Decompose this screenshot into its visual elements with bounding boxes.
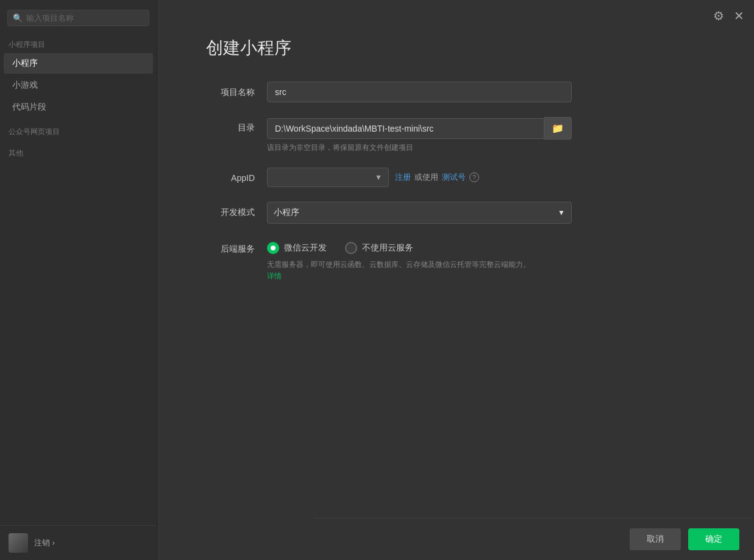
appid-row: AppID ▼ 注册 或使用 测试号 ? <box>206 168 572 187</box>
backend-label: 后端服务 <box>206 238 255 255</box>
form-title: 创建小程序 <box>206 37 572 60</box>
search-input[interactable] <box>26 13 144 23</box>
backend-radio-group: 微信云开发 不使用云服务 <box>267 238 572 254</box>
or-text: 或使用 <box>414 172 438 183</box>
backend-hint: 无需服务器，即可使用云函数、云数据库、云存储及微信云托管等完整云端能力。 详情 <box>267 259 535 282</box>
topbar-icons: ⚙ ✕ <box>713 9 744 23</box>
sidebar-item-minigame[interactable]: 小游戏 <box>4 75 153 96</box>
create-form: 创建小程序 项目名称 目录 📁 该目录为非空目录，将保留原有文件创建项目 <box>157 0 621 333</box>
browse-button[interactable]: 📁 <box>544 117 572 140</box>
sidebar: 🔍 小程序项目 小程序 小游戏 代码片段 公众号网页项目 其他 注销 › <box>0 0 157 560</box>
footer: 取消 确定 <box>315 518 754 560</box>
help-icon[interactable]: ? <box>469 172 479 182</box>
search-icon: 🔍 <box>13 13 23 23</box>
project-name-row: 项目名称 <box>206 82 572 102</box>
folder-icon: 📁 <box>552 122 564 134</box>
appid-dropdown-icon: ▼ <box>375 173 382 182</box>
close-icon[interactable]: ✕ <box>734 9 744 23</box>
project-name-label: 项目名称 <box>206 82 255 98</box>
testid-link[interactable]: 测试号 <box>442 172 466 183</box>
section-label-miniprogram: 小程序项目 <box>0 34 157 52</box>
directory-label: 目录 <box>206 117 255 133</box>
register-link[interactable]: 注册 <box>395 172 411 183</box>
search-box[interactable]: 🔍 <box>7 10 149 26</box>
backend-hint-text: 无需服务器，即可使用云函数、云数据库、云存储及微信云托管等完整云端能力。 <box>267 260 530 269</box>
devmode-control: 小程序 ▼ <box>267 202 572 224</box>
directory-row: 目录 📁 该目录为非空目录，将保留原有文件创建项目 <box>206 117 572 153</box>
appid-control: ▼ 注册 或使用 测试号 ? <box>267 168 572 187</box>
backend-nocloud-option[interactable]: 不使用云服务 <box>345 242 413 254</box>
devmode-value: 小程序 <box>274 207 299 218</box>
confirm-button[interactable]: 确定 <box>688 528 739 550</box>
backend-detail-link[interactable]: 详情 <box>267 272 282 280</box>
logout-button[interactable]: 注销 › <box>34 537 55 548</box>
devmode-dropdown-icon: ▼ <box>558 208 565 217</box>
project-name-input[interactable] <box>267 82 572 102</box>
section-label-wechat: 公众号网页项目 <box>0 118 157 140</box>
directory-input-wrapper: 📁 <box>267 117 572 140</box>
directory-input[interactable] <box>267 118 544 139</box>
backend-nocloud-label: 不使用云服务 <box>362 243 413 253</box>
appid-label: AppID <box>206 168 255 183</box>
cancel-button[interactable]: 取消 <box>630 528 681 550</box>
devmode-label: 开发模式 <box>206 202 255 218</box>
backend-nocloud-radio[interactable] <box>345 242 357 254</box>
main-content: ⚙ ✕ 创建小程序 项目名称 目录 📁 该目录为非空目录，将保留原有文件创建项目 <box>157 0 754 560</box>
backend-cloud-radio[interactable] <box>267 242 279 254</box>
appid-wrapper: ▼ 注册 或使用 测试号 ? <box>267 168 572 187</box>
directory-hint: 该目录为非空目录，将保留原有文件创建项目 <box>267 143 572 153</box>
appid-links: 注册 或使用 测试号 ? <box>395 172 479 183</box>
appid-select[interactable]: ▼ <box>267 168 389 187</box>
settings-icon[interactable]: ⚙ <box>713 9 724 23</box>
backend-cloud-label: 微信云开发 <box>284 243 327 253</box>
directory-control: 📁 该目录为非空目录，将保留原有文件创建项目 <box>267 117 572 153</box>
sidebar-bottom: 注销 › <box>0 525 157 560</box>
backend-cloud-option[interactable]: 微信云开发 <box>267 242 327 254</box>
sidebar-item-snippet[interactable]: 代码片段 <box>4 97 153 118</box>
avatar <box>9 533 28 553</box>
devmode-select[interactable]: 小程序 ▼ <box>267 202 572 224</box>
sidebar-item-miniprogram[interactable]: 小程序 <box>4 53 153 74</box>
project-name-control <box>267 82 572 102</box>
backend-row: 后端服务 微信云开发 不使用云服务 无需服务器，即可使用云函数、云数据库、云存储… <box>206 238 572 282</box>
backend-control: 微信云开发 不使用云服务 无需服务器，即可使用云函数、云数据库、云存储及微信云托… <box>267 238 572 282</box>
devmode-row: 开发模式 小程序 ▼ <box>206 202 572 224</box>
section-label-other: 其他 <box>0 140 157 161</box>
